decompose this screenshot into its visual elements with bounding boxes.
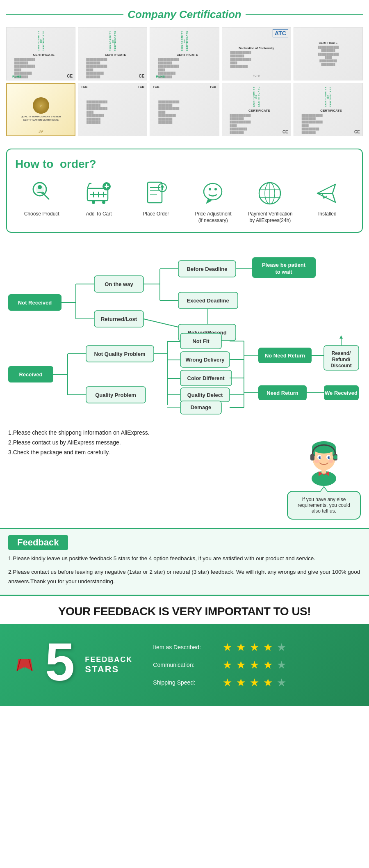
- cert-title-line-left: [6, 14, 123, 15]
- cert-card-4: ATC Declaration of Conformity ██████████…: [222, 27, 291, 80]
- customer-service-character: [301, 429, 346, 487]
- item-star-4: ★: [263, 641, 273, 654]
- order-step-3: Place Order: [130, 179, 182, 218]
- order-step-5: Payment Verification by AliExprees(24h): [244, 179, 296, 224]
- cert-card-5: CERTIFICATE ████████████████████████████…: [294, 27, 363, 80]
- order-step-2-label: Add To Cart: [86, 211, 112, 218]
- cert-card-1: CERTIFICATE OF CONFORMITY CERTIFICATE ██…: [6, 27, 75, 80]
- order-title: How to order?: [15, 158, 354, 171]
- stars-ratings: Item as Described: ★ ★ ★ ★ ★ Communicati…: [153, 641, 357, 689]
- svg-text:Refund/: Refund/: [332, 357, 351, 362]
- svg-text:Returned/Lost: Returned/Lost: [101, 316, 137, 322]
- flowchart-section: Not Received On the way Before Deadline …: [0, 241, 369, 423]
- svg-point-22: [209, 188, 211, 190]
- item-star-3: ★: [250, 641, 259, 654]
- bubble-text: If you have any else requirements, you c…: [298, 497, 350, 514]
- feedback-label-wrapper: FEEDBACK STARS: [85, 655, 132, 675]
- medal-wrapper: [12, 659, 37, 671]
- ship-star-3: ★: [250, 676, 259, 689]
- payment-verification-icon: [256, 179, 285, 208]
- svg-text:Exceed Deadline: Exceed Deadline: [187, 298, 229, 304]
- medal-ribbon: [12, 659, 37, 671]
- feedback-section: Feedback 1.Please kindly leave us positi…: [0, 529, 369, 595]
- order-step-3-label: Place Order: [143, 211, 169, 218]
- item-as-described-label: Item as Described:: [153, 644, 219, 650]
- svg-rect-15: [148, 182, 162, 203]
- item-star-2: ★: [236, 641, 246, 654]
- svg-text:We Received: We Received: [325, 390, 358, 396]
- order-title-black: How to: [15, 158, 53, 170]
- stars-row-ship: Shipping Speed: ★ ★ ★ ★ ★: [153, 676, 357, 689]
- cert-title-line-right: [246, 14, 363, 15]
- order-step-6-label: Installed: [318, 211, 337, 218]
- svg-point-117: [328, 456, 330, 459]
- comm-star-1: ★: [223, 659, 232, 671]
- not-received-label: Not Received: [18, 300, 52, 306]
- cert-card-3: CERTIFICATE OF CONFORMITY CERTIFICATE ██…: [150, 27, 219, 80]
- stars-number: 5: [45, 632, 75, 692]
- ship-star-5: ★: [277, 676, 286, 689]
- order-step-1: Choose Product: [15, 179, 68, 218]
- svg-point-119: [329, 457, 330, 458]
- order-step-5-label: Payment Verification by AliExprees(24h): [248, 211, 292, 224]
- svg-text:Quality Problem: Quality Problem: [95, 392, 136, 398]
- svg-text:Color Different: Color Different: [187, 375, 225, 381]
- info-char-section: 1.Please check the shippong information …: [0, 423, 369, 524]
- how-to-order-section: How to order? Choose Product: [6, 149, 363, 233]
- cert-card-8: TCB TCB ████████████████████████████████…: [150, 83, 219, 136]
- speech-bubble: If you have any else requirements, you c…: [287, 491, 361, 520]
- feedback-title-wrapper: Feedback: [8, 535, 361, 550]
- svg-text:No Need Return: No Need Return: [265, 353, 305, 359]
- svg-text:Received: Received: [19, 371, 42, 378]
- ship-star-4: ★: [263, 676, 273, 689]
- ship-star-1: ★: [223, 676, 232, 689]
- stars-number-wrapper: 5: [45, 635, 75, 689]
- ship-star-2: ★: [236, 676, 246, 689]
- stars-label: STARS: [85, 664, 132, 675]
- char-bubble-col: If you have any else requirements, you c…: [287, 429, 361, 520]
- svg-text:Discount: Discount: [330, 363, 351, 369]
- svg-rect-122: [310, 454, 314, 460]
- order-step-4-label: Price Adjustment (if necessary): [195, 211, 232, 224]
- item-star-1: ★: [223, 641, 232, 654]
- svg-point-6: [92, 201, 95, 204]
- svg-text:On the way: On the way: [105, 281, 133, 287]
- svg-point-118: [320, 457, 321, 458]
- installed-icon: [313, 179, 342, 208]
- svg-text:Quality Delect: Quality Delect: [187, 392, 223, 398]
- comm-star-2: ★: [236, 659, 246, 671]
- order-step-6: Installed: [301, 179, 354, 218]
- cert-card-10: CERTIFICATE OF CONFORMITY CERTIFICATE ██…: [294, 83, 363, 136]
- svg-point-120: [314, 460, 319, 463]
- shipping-speed-label: Shipping Speed:: [153, 679, 219, 686]
- item-star-5: ★: [277, 641, 286, 654]
- cert-section-title: Company Certification: [128, 8, 241, 21]
- comm-star-4: ★: [263, 659, 273, 671]
- your-feedback-title-wrapper: YOUR FEEDBACK IS VERY IMPORTANT TO US!: [0, 596, 369, 624]
- order-step-2: Add To Cart: [72, 179, 125, 218]
- cert-title: Company Certification: [6, 8, 363, 21]
- your-feedback-title: YOUR FEEDBACK IS VERY IMPORTANT TO US!: [58, 605, 311, 618]
- feedback-para-1: 1.Please kindly leave us positive feedba…: [8, 554, 361, 563]
- cert-card-7: TCB TCB ████████████████████████████████…: [78, 83, 147, 136]
- svg-text:Need Return: Need Return: [266, 390, 298, 396]
- cert-grid-row1: CERTIFICATE OF CONFORMITY CERTIFICATE ██…: [6, 27, 363, 80]
- cert-section: Company Certification CERTIFICATE OF CON…: [0, 0, 369, 140]
- svg-text:Demage: Demage: [191, 404, 212, 410]
- feedback-para-2: 2.Please contact us before leaving any n…: [8, 568, 361, 586]
- svg-text:Not Quality Problem: Not Quality Problem: [94, 351, 146, 357]
- place-order-icon: [141, 179, 170, 208]
- feedback-label: FEEDBACK: [85, 655, 132, 664]
- svg-point-2: [38, 185, 42, 189]
- svg-point-121: [328, 460, 333, 463]
- svg-point-116: [319, 456, 321, 459]
- svg-text:Not Fit: Not Fit: [192, 338, 210, 344]
- svg-text:Resend/: Resend/: [332, 350, 351, 356]
- svg-point-21: [204, 183, 222, 200]
- cert-card-9: CERTIFICATE OF CONFORMITY CERTIFICATE ██…: [222, 83, 291, 136]
- svg-text:Before Deadline: Before Deadline: [187, 266, 228, 272]
- choose-product-icon: [27, 179, 56, 208]
- svg-point-23: [214, 188, 217, 190]
- svg-text:Please be patient: Please be patient: [262, 262, 306, 268]
- feedback-title: Feedback: [8, 535, 68, 550]
